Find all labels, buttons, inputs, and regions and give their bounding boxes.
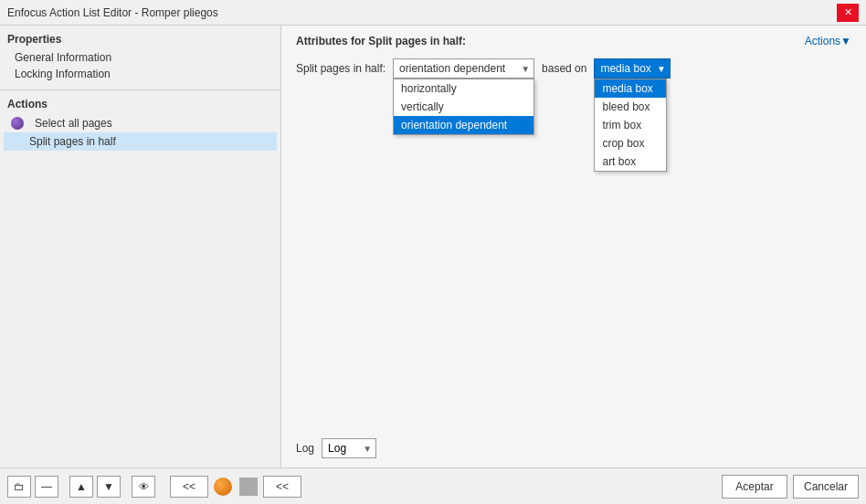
down-icon: ▼ — [103, 480, 114, 493]
folder-icon: 🗀 — [14, 480, 25, 493]
media-box-selected: media box — [600, 62, 650, 75]
gray-indicator — [239, 478, 258, 496]
orange-indicator — [214, 478, 232, 496]
media-box-dropdown-btn[interactable]: media box ▼ — [594, 58, 670, 79]
next-nav-icon: << — [276, 480, 289, 493]
action-label-select-all: Select all pages — [35, 117, 112, 130]
properties-title: Properties — [7, 33, 273, 46]
accept-button[interactable]: Aceptar — [722, 475, 787, 499]
orientation-dropdown-btn[interactable]: orientation dependent ▼ — [393, 58, 534, 79]
down-button[interactable]: ▼ — [97, 476, 121, 498]
orientation-dropdown-wrapper: orientation dependent ▼ horizontally ver… — [393, 58, 534, 79]
media-box-dropdown-arrow: ▼ — [657, 64, 666, 74]
left-panel: Properties General Information Locking I… — [0, 26, 281, 467]
eye-button[interactable]: 👁 — [132, 476, 155, 498]
eye-icon: 👁 — [139, 481, 149, 492]
minus-icon: — — [41, 480, 52, 493]
minus-button[interactable]: — — [35, 476, 58, 498]
cancel-button[interactable]: Cancelar — [793, 475, 859, 499]
sidebar-item-locking[interactable]: Locking Information — [7, 66, 273, 82]
orientation-selected: orientation dependent — [399, 62, 505, 75]
main-container: Properties General Information Locking I… — [0, 26, 866, 467]
dialog-buttons: Aceptar Cancelar — [722, 475, 859, 499]
action-select-all-pages[interactable]: Select all pages — [4, 114, 277, 132]
next-nav-button[interactable]: << — [263, 476, 301, 498]
orientation-dropdown-list: horizontally vertically orientation depe… — [393, 79, 534, 135]
folder-button[interactable]: 🗀 — [7, 476, 31, 498]
media-box-dropdown-list: media box bleed box trim box crop box ar… — [594, 79, 667, 172]
orientation-option-vertically[interactable]: vertically — [394, 98, 533, 116]
actions-section-title: Actions — [4, 94, 277, 114]
close-button[interactable]: ✕ — [837, 4, 859, 22]
prev-nav-button[interactable]: << — [170, 476, 208, 498]
log-row: Log Log ▼ — [296, 438, 376, 458]
properties-section: Properties General Information Locking I… — [0, 26, 280, 90]
media-box-dropdown-wrapper: media box ▼ media box bleed box trim box… — [594, 58, 670, 79]
title-bar: Enfocus Action List Editor - Romper plie… — [0, 0, 866, 26]
based-on-label: based on — [542, 62, 586, 75]
media-box-option-trim[interactable]: trim box — [595, 116, 666, 134]
prev-nav-icon: << — [183, 480, 195, 493]
right-panel: Attributes for Split pages in half: Acti… — [281, 26, 866, 467]
purple-ball-icon — [11, 117, 24, 130]
split-row: Split pages in half: orientation depende… — [296, 58, 851, 79]
orientation-option-horizontally[interactable]: horizontally — [394, 79, 533, 98]
split-label: Split pages in half: — [296, 62, 385, 75]
action-split-pages[interactable]: Split pages in half — [4, 132, 277, 151]
actions-link[interactable]: Actions▼ — [805, 35, 851, 47]
bottom-toolbar: 🗀 — ▲ ▼ 👁 << << Aceptar Cancelar — [0, 467, 866, 504]
up-button[interactable]: ▲ — [69, 476, 93, 498]
attributes-title: Attributes for Split pages in half: — [296, 35, 851, 47]
log-selected: Log — [328, 442, 346, 455]
media-box-option-bleed[interactable]: bleed box — [595, 98, 666, 116]
action-label-split: Split pages in half — [29, 135, 116, 148]
log-label: Log — [296, 442, 314, 455]
orientation-option-dependent[interactable]: orientation dependent — [394, 116, 533, 134]
title-text: Enfocus Action List Editor - Romper plie… — [7, 6, 218, 19]
media-box-option-art[interactable]: art box — [595, 152, 666, 171]
sidebar-item-general[interactable]: General Information — [7, 49, 273, 66]
actions-section: Actions Select all pages Split pages in … — [0, 90, 280, 467]
media-box-option-crop[interactable]: crop box — [595, 134, 666, 152]
media-box-option-media[interactable]: media box — [595, 79, 666, 98]
up-icon: ▲ — [76, 480, 87, 493]
log-dropdown-arrow: ▼ — [363, 444, 372, 454]
orientation-dropdown-arrow: ▼ — [521, 64, 530, 74]
log-dropdown[interactable]: Log ▼ — [322, 438, 376, 458]
